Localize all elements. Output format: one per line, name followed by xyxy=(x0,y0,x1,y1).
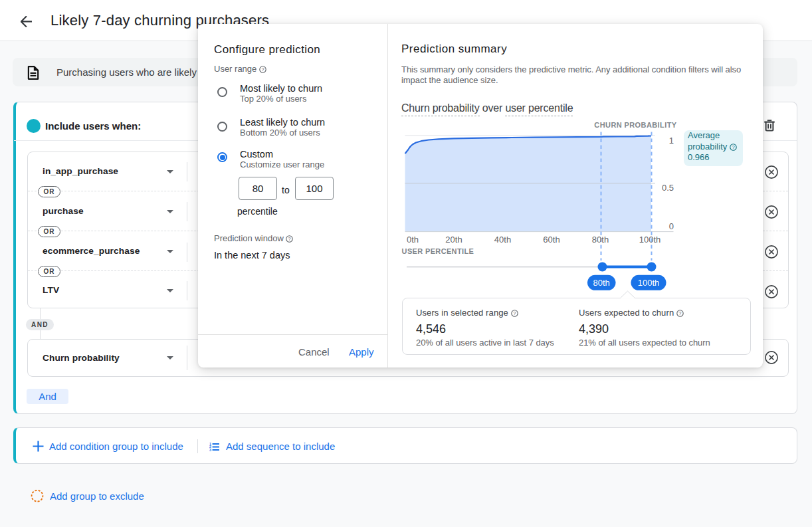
svg-text:?: ? xyxy=(288,236,291,242)
svg-text:0: 0 xyxy=(669,221,674,231)
svg-text:?: ? xyxy=(261,66,264,72)
svg-text:0th: 0th xyxy=(407,235,419,245)
svg-text:1: 1 xyxy=(669,136,674,146)
svg-text:80th: 80th xyxy=(593,278,610,288)
svg-text:CHURN PROBABILITY: CHURN PROBABILITY xyxy=(594,121,676,129)
svg-text:40th: 40th xyxy=(494,235,511,245)
svg-text:3: 3 xyxy=(209,447,211,451)
svg-text:?: ? xyxy=(513,310,516,316)
svg-text:100th: 100th xyxy=(638,278,660,288)
svg-text:USER PERCENTILE: USER PERCENTILE xyxy=(402,247,474,255)
svg-text:60th: 60th xyxy=(543,235,559,245)
svg-text:?: ? xyxy=(732,144,734,150)
svg-text:?: ? xyxy=(678,310,681,316)
svg-text:20th: 20th xyxy=(445,235,462,245)
svg-text:80th: 80th xyxy=(592,235,609,245)
svg-text:0.5: 0.5 xyxy=(662,183,674,193)
svg-text:100th: 100th xyxy=(639,235,661,245)
